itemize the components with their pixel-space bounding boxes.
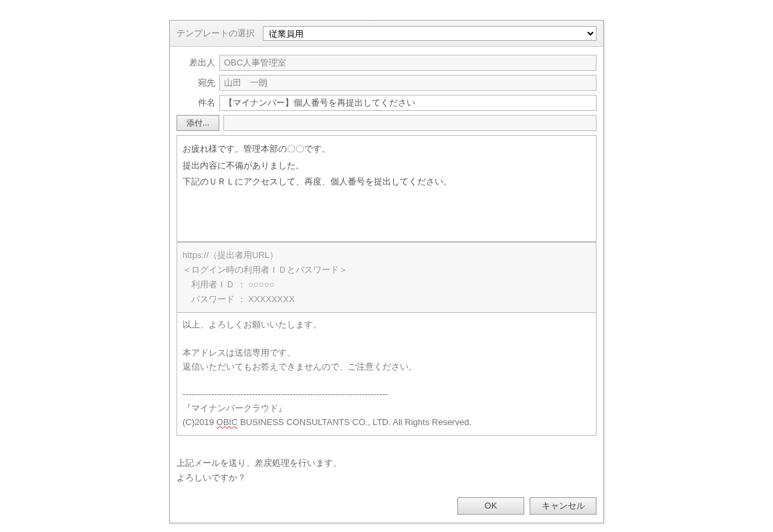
body-editable-area[interactable]: お疲れ様です。管理本部の〇〇です。 提出内容に不備がありました。 下記のＵＲＬに…	[177, 135, 596, 242]
template-header: テンプレートの選択 従業員用	[170, 21, 603, 47]
subject-row: 件名	[177, 95, 596, 111]
recipient-row: 宛先	[177, 75, 596, 91]
footer-line: 本アドレスは送信専用です。	[183, 348, 296, 358]
attach-row: 添付...	[177, 115, 596, 131]
cancel-button[interactable]: キャンセル	[530, 497, 596, 515]
attach-button[interactable]: 添付...	[177, 115, 219, 131]
sender-label: 差出人	[177, 57, 219, 69]
attach-display	[223, 115, 596, 131]
sender-input	[219, 55, 596, 71]
confirm-line: 上記メールを送り、差戻処理を行います。	[177, 456, 596, 471]
recipient-input	[219, 75, 596, 91]
email-confirm-dialog: テンプレートの選択 従業員用 差出人 宛先 件名 添付... お疲れ様です。管理…	[169, 20, 604, 523]
body-footer-area: 以上、よろしくお願いいたします。 本アドレスは送信専用です。 返信いただいてもお…	[177, 313, 596, 435]
template-select[interactable]: 従業員用	[263, 26, 596, 41]
footer-copyright: (C)2019 OBIC BUSINESS CONSULTANTS CO., L…	[183, 417, 471, 427]
subject-label: 件名	[177, 97, 219, 109]
sender-row: 差出人	[177, 55, 596, 71]
footer-line: 返信いただいてもお答えできませんので、ご注意ください。	[183, 362, 417, 372]
footer-line: 『マイナンバークラウド』	[183, 403, 287, 413]
spellcheck-mark: OBIC	[217, 417, 238, 427]
confirm-line: よろしいですか？	[177, 471, 596, 485]
body-readonly-area: https://（提出者用URL） ＜ログイン時の利用者ＩＤとパスワード＞ 利用…	[177, 242, 596, 313]
subject-input[interactable]	[219, 95, 596, 111]
footer-line: 以上、よろしくお願いいたします。	[183, 319, 322, 329]
footer-divider: ----------------------------------------…	[183, 389, 388, 399]
confirm-message: 上記メールを送り、差戻処理を行います。 よろしいですか？	[170, 442, 603, 495]
dialog-buttons: OK キャンセル	[170, 495, 603, 523]
recipient-label: 宛先	[177, 77, 219, 89]
dialog-content: 差出人 宛先 件名 添付... お疲れ様です。管理本部の〇〇です。 提出内容に不…	[170, 47, 603, 442]
ok-button[interactable]: OK	[457, 497, 524, 515]
template-label: テンプレートの選択	[177, 27, 255, 39]
